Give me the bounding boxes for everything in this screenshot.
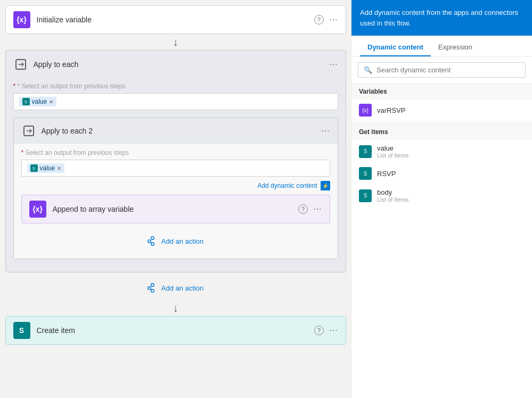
step-actions: ? ···	[314, 15, 338, 24]
create-item-more[interactable]: ···	[329, 326, 338, 335]
create-item-title: Create item	[37, 326, 315, 335]
get-items-value-sub: List of Items	[377, 152, 408, 159]
arrow-down-1: ↓	[173, 34, 178, 50]
right-panel: Add dynamic content from the apps and co…	[351, 0, 532, 398]
value-tag-2: S value ✕	[27, 163, 65, 173]
var-rsvp-info: varRSVP	[377, 106, 405, 114]
help-icon[interactable]: ?	[314, 15, 324, 24]
tag-input-2[interactable]: S value ✕	[21, 160, 330, 177]
select-output-label-2: * Select an output from previous steps	[21, 149, 330, 156]
add-action-inner-label: Add an action	[161, 237, 204, 245]
apply-to-each-2-header: Apply to each 2 ···	[14, 118, 338, 144]
variables-section-header: Variables	[351, 83, 532, 100]
get-items-body-name: body	[377, 188, 408, 196]
append-to-array-block: {x} Append to array variable ? ···	[21, 195, 330, 223]
var-rsvp-name: varRSVP	[377, 106, 405, 114]
add-action-outer-icon	[148, 283, 157, 293]
apply-to-each-body: * * Select an output from previous steps…	[6, 78, 346, 272]
svg-rect-8	[148, 287, 151, 289]
initialize-variable-block: {x} Initialize variable ? ···	[5, 5, 346, 34]
required-star-1: *	[13, 82, 18, 90]
append-help-icon[interactable]: ?	[298, 204, 308, 214]
get-items-rsvp-icon: S	[359, 167, 372, 180]
get-items-value-name: value	[377, 144, 408, 152]
svg-rect-10	[151, 289, 154, 292]
tab-dynamic-content[interactable]: Dynamic content	[360, 38, 431, 56]
apply-to-each-title: Apply to each	[34, 60, 330, 69]
get-items-rsvp-info: RSVP	[377, 170, 396, 178]
get-items-body-item[interactable]: S body List of Items	[351, 184, 532, 207]
get-items-body-icon: S	[359, 189, 372, 202]
dynamic-content-link: Add dynamic content ⚡	[21, 181, 330, 190]
var-rsvp-item[interactable]: {x} varRSVP	[351, 100, 532, 121]
search-dynamic-content-input[interactable]	[377, 66, 520, 74]
arrow-down-2: ↓	[173, 300, 178, 316]
tab-expression[interactable]: Expression	[431, 38, 480, 56]
tag-input-1[interactable]: S value ✕	[13, 93, 338, 110]
value-tag-1: S value ✕	[19, 97, 57, 106]
get-items-value-info: value List of Items	[377, 144, 408, 159]
get-items-section-header: Get items	[351, 123, 532, 140]
add-action-outer-btn[interactable]: Add an action	[148, 279, 204, 297]
apply-to-each-2-block: Apply to each 2 ··· * Select an output f…	[13, 118, 338, 259]
add-action-inner-icon	[148, 236, 157, 246]
svg-rect-4	[151, 243, 154, 245]
add-action-outer-container: Add an action	[5, 276, 346, 300]
svg-rect-9	[151, 284, 154, 286]
loop-icon-2	[21, 123, 36, 138]
initialize-variable-title: Initialize variable	[37, 15, 315, 24]
append-title: Append to array variable	[53, 205, 299, 213]
tag-icon-1: S	[22, 98, 30, 105]
loop-icon-1	[13, 57, 28, 72]
create-item-help[interactable]: ?	[314, 326, 324, 335]
more-options-icon[interactable]: ···	[329, 15, 338, 24]
apply-to-each-2-body: * Select an output from previous steps S…	[14, 144, 338, 259]
get-items-body-info: body List of Items	[377, 188, 408, 203]
flow-container: {x} Initialize variable ? ··· ↓ Apply to…	[11, 5, 340, 345]
append-icon: {x}	[29, 201, 46, 218]
banner-text: Add dynamic content from the apps and co…	[360, 9, 518, 27]
apply-to-each-block: Apply to each ··· * * Select an output f…	[5, 50, 346, 272]
tag-icon-2: S	[30, 164, 38, 172]
add-dynamic-content-link[interactable]: Add dynamic content	[257, 182, 317, 189]
select-output-label-1: * * Select an output from previous steps	[13, 82, 338, 90]
search-icon: 🔍	[364, 66, 372, 74]
main-canvas: {x} Initialize variable ? ··· ↓ Apply to…	[0, 0, 351, 398]
create-item-block: S Create item ? ···	[5, 316, 346, 345]
tag-close-2[interactable]: ✕	[57, 165, 61, 171]
apply-to-each-2-more[interactable]: ···	[321, 126, 330, 136]
flash-icon: ⚡	[321, 181, 330, 190]
search-box: 🔍	[358, 62, 526, 78]
get-items-value-icon: S	[359, 145, 372, 158]
var-rsvp-icon: {x}	[359, 104, 372, 117]
apply-to-each-header: Apply to each ···	[6, 51, 346, 78]
create-item-actions: ? ···	[314, 326, 338, 335]
tag-close-1[interactable]: ✕	[49, 99, 53, 105]
svg-rect-2	[148, 240, 151, 243]
add-action-inner-btn[interactable]: Add an action	[148, 232, 204, 250]
initialize-variable-icon: {x}	[13, 11, 30, 28]
divider-1	[351, 122, 532, 122]
get-items-body-sub: List of Items	[377, 196, 408, 203]
get-items-rsvp-name: RSVP	[377, 170, 396, 178]
get-items-value-item[interactable]: S value List of Items	[351, 140, 532, 163]
create-item-icon: S	[13, 322, 30, 339]
panel-tabs: Dynamic content Expression	[351, 38, 532, 57]
append-actions: ? ···	[298, 204, 322, 214]
add-action-outer-label: Add an action	[161, 284, 204, 292]
panel-info-banner: Add dynamic content from the apps and co…	[351, 0, 532, 36]
get-items-rsvp-item[interactable]: S RSVP	[351, 163, 532, 184]
apply-to-each-more[interactable]: ···	[329, 60, 338, 69]
svg-rect-3	[151, 237, 154, 239]
append-more-icon[interactable]: ···	[313, 204, 322, 214]
apply-to-each-2-title: Apply to each 2	[42, 127, 322, 135]
